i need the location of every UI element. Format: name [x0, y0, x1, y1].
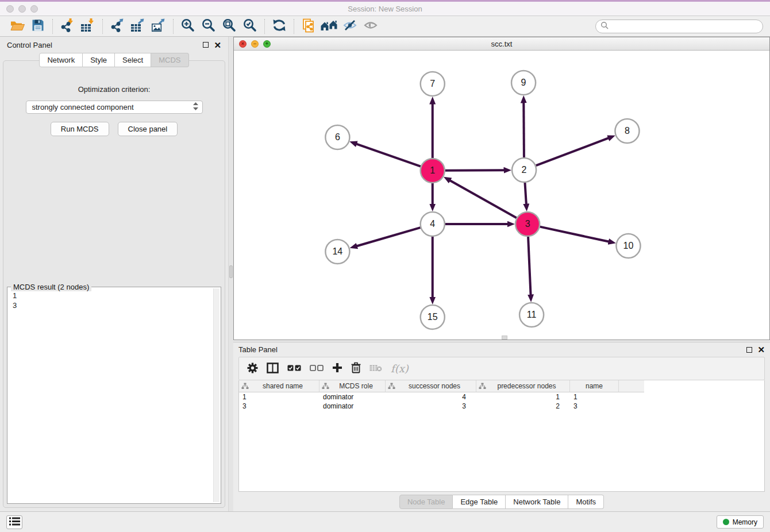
toolbar-separator [102, 19, 103, 34]
refresh-button[interactable] [269, 18, 290, 35]
control-panel: Control Panel ✕ NetworkStyleSelectMCDS O… [0, 37, 228, 511]
mcds-result-box: MCDS result (2 nodes) 1 3 [7, 287, 221, 504]
network-close-icon[interactable]: × [239, 40, 247, 48]
selected-criterion: strongly connected component [32, 103, 192, 111]
edge-1-6[interactable] [356, 144, 420, 167]
hierarchy-icon [388, 383, 395, 390]
import-network-button[interactable] [57, 18, 78, 35]
column-header-predecessor-nodes[interactable]: predecessor nodes [476, 380, 570, 392]
edge-2-3[interactable] [525, 183, 526, 204]
hierarchy-icon [322, 383, 329, 390]
tab-node-table[interactable]: Node Table [399, 495, 453, 509]
clone-network-button[interactable] [298, 18, 319, 35]
add-row-button[interactable] [332, 360, 342, 377]
tab-mcds[interactable]: MCDS [151, 53, 188, 67]
tab-edge-table[interactable]: Edge Table [453, 495, 506, 509]
cell-shared-name: 1 [239, 393, 319, 401]
edge-1-2[interactable] [445, 170, 504, 171]
stepper-icon [192, 102, 199, 113]
zoom-selected-icon [242, 18, 257, 34]
export-network-button[interactable] [107, 18, 128, 35]
toolbar-separator [52, 19, 53, 34]
tab-style[interactable]: Style [83, 53, 115, 67]
show-panel-button[interactable] [360, 18, 381, 35]
network-graph: 7968124314101511 [234, 51, 769, 340]
cell-name: 3 [570, 402, 619, 410]
close-panel-button[interactable]: Close panel [118, 122, 178, 136]
network-resize-grip[interactable] [502, 336, 507, 340]
search-input[interactable] [611, 22, 758, 30]
import-table-icon [81, 18, 95, 34]
cell-MCDS-role: dominator [319, 402, 386, 410]
zoom-fit-button[interactable] [219, 18, 240, 35]
select-all-button[interactable] [287, 360, 301, 377]
network-canvas[interactable]: 7968124314101511 [234, 51, 769, 340]
tab-select[interactable]: Select [115, 53, 151, 67]
table-header-row: shared nameMCDS rolesuccessor nodesprede… [239, 380, 764, 392]
cell-shared-name: 3 [239, 402, 319, 410]
close-table-panel-icon[interactable]: ✕ [757, 345, 765, 354]
network-zoom-icon[interactable]: + [263, 40, 271, 48]
close-window-icon[interactable] [6, 5, 14, 13]
control-panel-title: Control Panel [7, 41, 52, 49]
splitter-grip[interactable] [229, 265, 233, 278]
delete-row-button[interactable] [351, 360, 361, 377]
cell-successor-nodes: 3 [386, 402, 476, 410]
result-scrollbar[interactable] [213, 288, 220, 502]
optimization-criterion-select[interactable]: strongly connected component [26, 101, 203, 114]
memory-button[interactable]: Memory [717, 515, 764, 529]
zoom-out-button[interactable] [198, 18, 219, 35]
zoom-selected-button[interactable] [240, 18, 260, 35]
table-row[interactable]: 3dominator323 [239, 402, 764, 411]
edge-4-14[interactable] [357, 228, 421, 246]
edge-3-10[interactable] [540, 227, 609, 242]
vertical-splitter[interactable] [228, 37, 233, 511]
edge-3-1[interactable] [450, 180, 517, 218]
column-header-name[interactable]: name [570, 380, 619, 392]
task-history-button[interactable] [6, 515, 22, 529]
column-header-shared-name[interactable]: shared name [239, 380, 319, 392]
maximize-window-icon[interactable] [30, 5, 38, 13]
open-session-button[interactable] [7, 18, 28, 35]
float-table-panel-icon[interactable] [746, 347, 752, 353]
table-settings-button[interactable] [247, 360, 258, 377]
tab-network-table[interactable]: Network Table [506, 495, 568, 509]
save-session-icon [32, 19, 44, 33]
minimize-window-icon[interactable] [18, 5, 26, 13]
split-panel-button[interactable] [267, 360, 279, 377]
tab-network[interactable]: Network [39, 53, 83, 67]
hierarchy-icon [479, 383, 486, 390]
column-header-successor-nodes[interactable]: successor nodes [386, 380, 476, 392]
mcds-panel: Optimization criterion: strongly connect… [3, 60, 225, 508]
export-table-button[interactable] [128, 18, 148, 35]
edge-2-8[interactable] [536, 138, 609, 165]
edge-3-11[interactable] [528, 237, 530, 295]
search-field[interactable] [595, 20, 763, 33]
import-table-button[interactable] [78, 18, 98, 35]
node-label-14: 14 [332, 247, 342, 257]
home-button[interactable] [319, 18, 340, 35]
column-header-MCDS-role[interactable]: MCDS role [319, 380, 386, 392]
tab-motifs[interactable]: Motifs [568, 495, 604, 509]
hide-panel-button[interactable] [340, 18, 360, 35]
network-window-title: scc.txt [234, 40, 769, 48]
export-image-button[interactable] [148, 18, 169, 35]
table-settings-icon [247, 363, 258, 375]
home-icon [321, 19, 338, 33]
node-label-10: 10 [623, 241, 634, 251]
save-session-button[interactable] [28, 18, 48, 35]
toolbar-separator [264, 19, 265, 34]
table-row[interactable]: 1dominator411 [239, 392, 764, 402]
float-panel-icon[interactable] [203, 42, 209, 48]
network-minimize-icon[interactable]: − [251, 40, 259, 48]
run-mcds-button[interactable]: Run MCDS [51, 122, 109, 136]
close-panel-icon[interactable]: ✕ [214, 41, 221, 49]
deselect-all-button[interactable] [310, 360, 324, 377]
zoom-in-button[interactable] [178, 18, 198, 35]
control-panel-tabs: NetworkStyleSelectMCDS [0, 53, 228, 67]
table-panel-title: Table Panel [238, 345, 278, 354]
window-title: Session: New Session [0, 5, 770, 13]
edge-2-9[interactable] [523, 103, 524, 157]
column-label: MCDS role [329, 382, 383, 390]
node-label-15: 15 [428, 313, 438, 322]
